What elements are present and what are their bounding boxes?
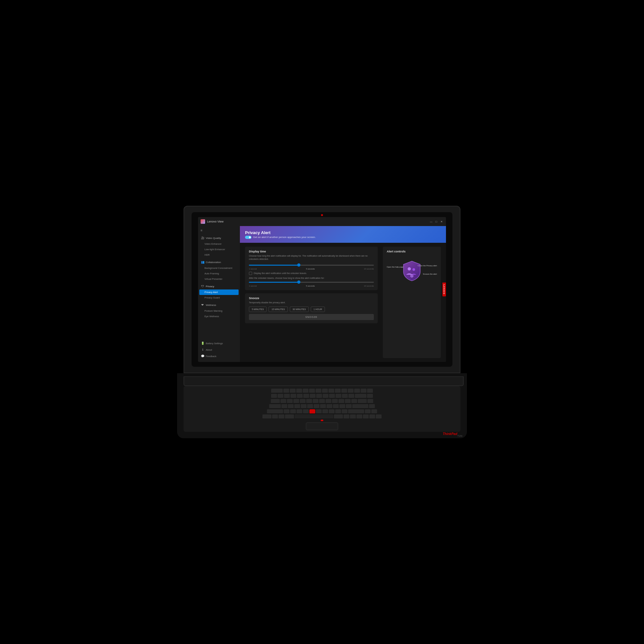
key-5[interactable]: [303, 394, 309, 398]
slider2-container[interactable]: [249, 280, 374, 284]
key-x[interactable]: [290, 409, 296, 414]
slider2-thumb[interactable]: [297, 280, 300, 284]
key-7[interactable]: [316, 394, 322, 398]
key-pgup[interactable]: [367, 399, 373, 403]
key-g[interactable]: [307, 404, 313, 409]
key-9[interactable]: [329, 394, 335, 398]
snooze-30min[interactable]: 30 MINUTES: [290, 307, 309, 312]
sidebar-item-background[interactable]: Background Concealment: [198, 265, 240, 271]
maximize-button[interactable]: □: [434, 220, 438, 223]
key-prtsc[interactable]: [344, 414, 349, 419]
key-enter[interactable]: [352, 404, 368, 409]
main-toggle[interactable]: [245, 236, 251, 239]
key-right[interactable]: [376, 414, 382, 419]
sidebar-section-wellness-header[interactable]: ❤ Wellness: [198, 302, 240, 308]
snooze-apply-button[interactable]: SNOOZE: [249, 314, 374, 320]
key-p[interactable]: [338, 399, 344, 403]
key-ins[interactable]: [367, 389, 373, 393]
key-f[interactable]: [301, 404, 307, 409]
sidebar-section-collaboration-header[interactable]: 👥 Collaboration: [198, 259, 240, 265]
key-u[interactable]: [319, 399, 325, 403]
key-o[interactable]: [332, 399, 338, 403]
sidebar-item-feedback[interactable]: 💬 Feedback: [198, 353, 240, 359]
key-period[interactable]: [335, 409, 341, 414]
key-1[interactable]: [278, 394, 283, 398]
sidebar-item-privacy-guard[interactable]: Privacy Guard: [198, 295, 240, 300]
key-backtick[interactable]: [271, 394, 277, 398]
key-backspace[interactable]: [355, 394, 366, 398]
minimize-button[interactable]: —: [429, 220, 433, 223]
snooze-1hour[interactable]: 1 HOUR: [311, 307, 325, 312]
trackpoint-nub[interactable]: [321, 420, 323, 421]
sidebar-item-presenter[interactable]: Virtual Presenter: [198, 276, 240, 282]
key-quote[interactable]: [346, 404, 352, 409]
key-semicolon[interactable]: [339, 404, 345, 409]
sidebar-item-battery[interactable]: 🔋 Battery Settings: [198, 340, 240, 346]
key-k[interactable]: [327, 404, 332, 409]
key-end[interactable]: [371, 409, 377, 414]
key-t[interactable]: [306, 399, 312, 403]
key-rshift[interactable]: [348, 409, 364, 414]
key-ralt[interactable]: [334, 414, 343, 419]
key-3[interactable]: [290, 394, 296, 398]
key-space[interactable]: [295, 414, 333, 419]
sidebar-item-posture[interactable]: Posture Warning: [198, 308, 240, 314]
key-lshift[interactable]: [267, 409, 283, 414]
sidebar-item-lowlight[interactable]: Low-light Enhancer: [198, 247, 240, 252]
key-win[interactable]: [279, 414, 284, 419]
key-6[interactable]: [310, 394, 316, 398]
key-left[interactable]: [363, 414, 369, 419]
key-d[interactable]: [294, 404, 300, 409]
key-f9[interactable]: [335, 389, 341, 393]
key-minus[interactable]: [342, 394, 348, 398]
key-0[interactable]: [336, 394, 341, 398]
sidebar-item-privacy-alert[interactable]: Privacy Alert: [199, 289, 239, 295]
key-e[interactable]: [293, 399, 299, 403]
key-alt[interactable]: [285, 414, 294, 419]
key-h[interactable]: [314, 404, 319, 409]
key-backslash[interactable]: [358, 399, 367, 403]
key-i[interactable]: [326, 399, 331, 403]
key-f5[interactable]: [309, 389, 315, 393]
key-f1[interactable]: [283, 389, 289, 393]
key-b[interactable]: [309, 409, 315, 414]
slider1-thumb[interactable]: [297, 263, 300, 267]
key-f12[interactable]: [354, 389, 360, 393]
sidebar-item-hdr[interactable]: HDR: [198, 252, 240, 258]
key-rctrl[interactable]: [350, 414, 356, 419]
key-tab[interactable]: [271, 399, 280, 403]
key-f8[interactable]: [328, 389, 334, 393]
key-up[interactable]: [365, 409, 371, 414]
sidebar-item-autoframing[interactable]: Auto Framing: [198, 271, 240, 276]
trackpad[interactable]: [306, 422, 338, 430]
key-a[interactable]: [281, 404, 287, 409]
key-f2[interactable]: [290, 389, 296, 393]
sidebar-item-about[interactable]: ℹ About: [198, 346, 240, 353]
key-y[interactable]: [313, 399, 318, 403]
key-ctrl[interactable]: [272, 414, 278, 419]
key-equals[interactable]: [348, 394, 354, 398]
key-f6[interactable]: [316, 389, 321, 393]
key-q[interactable]: [280, 399, 286, 403]
key-m[interactable]: [322, 409, 328, 414]
key-home[interactable]: [367, 394, 373, 398]
sidebar-section-privacy-header[interactable]: 🛡 Privacy: [198, 283, 240, 289]
key-pgdn[interactable]: [369, 404, 375, 409]
key-s[interactable]: [288, 404, 294, 409]
key-f11[interactable]: [348, 389, 354, 393]
key-w[interactable]: [287, 399, 293, 403]
key-rbracket[interactable]: [351, 399, 357, 403]
key-v[interactable]: [303, 409, 309, 414]
key-j[interactable]: [320, 404, 326, 409]
key-comma[interactable]: [329, 409, 335, 414]
snooze-15min[interactable]: 15 MINUTES: [269, 307, 288, 312]
key-2[interactable]: [284, 394, 290, 398]
key-fn[interactable]: [262, 414, 271, 419]
key-capslock[interactable]: [269, 404, 281, 409]
key-8[interactable]: [323, 394, 328, 398]
key-pgup2[interactable]: [356, 414, 362, 419]
sidebar-item-video-enhancer[interactable]: Video Enhancer: [198, 241, 240, 247]
snooze-5min[interactable]: 5 MINUTES: [249, 307, 267, 312]
key-down[interactable]: [369, 414, 375, 419]
key-f4[interactable]: [303, 389, 308, 393]
